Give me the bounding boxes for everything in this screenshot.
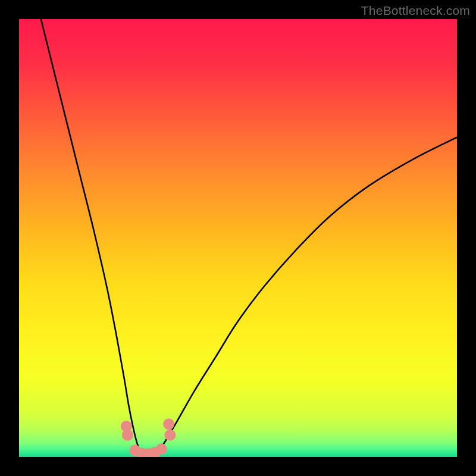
data-marker xyxy=(163,418,174,430)
data-marker xyxy=(122,430,133,441)
data-marker xyxy=(156,443,167,455)
marker-group xyxy=(121,418,176,457)
plot-area xyxy=(19,19,457,457)
chart-svg xyxy=(19,19,457,457)
watermark-text: TheBottleneck.com xyxy=(361,4,470,18)
data-marker xyxy=(164,430,176,441)
chart-frame: TheBottleneck.com xyxy=(0,0,476,476)
bottleneck-curve xyxy=(41,19,457,457)
